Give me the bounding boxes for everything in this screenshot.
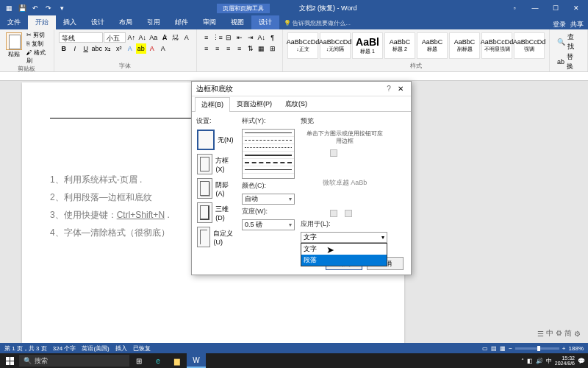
apply-to-select[interactable]: 文字 <box>301 232 387 243</box>
clear-format-icon[interactable]: A̷ <box>159 32 170 43</box>
preview-box[interactable]: 微软卓越 AaBb <box>301 154 389 213</box>
tray-clock[interactable]: 15:32 2024/8/6 <box>555 355 575 366</box>
setting-none[interactable]: 无(N) <box>196 129 236 151</box>
bullets-icon[interactable]: ≡ <box>201 32 212 43</box>
shading-icon[interactable]: ▦ <box>257 43 267 54</box>
border-style-list[interactable] <box>242 129 295 179</box>
highlight-icon[interactable]: ab <box>136 43 146 54</box>
paste-button[interactable]: 粘贴 <box>3 31 25 65</box>
font-color-icon[interactable]: A <box>147 43 157 54</box>
style-item[interactable]: AaBbCcDd强调 <box>514 32 545 59</box>
share-button[interactable]: 共享 <box>570 20 584 29</box>
align-left-icon[interactable]: ≡ <box>201 43 212 54</box>
tab-insert[interactable]: 插入 <box>56 15 84 29</box>
read-mode-icon[interactable]: ▭ <box>482 345 488 352</box>
italic-icon[interactable]: I <box>70 43 80 54</box>
tab-file[interactable]: 文件 <box>0 15 28 29</box>
copy-button[interactable]: ⎘ 复制 <box>26 40 51 48</box>
zoom-slider[interactable] <box>515 347 559 350</box>
tab-review[interactable]: 审阅 <box>196 15 223 29</box>
tray-ime-indicator[interactable]: 中 <box>546 357 552 365</box>
underline-icon[interactable]: U <box>81 43 91 54</box>
color-select[interactable]: 自动 <box>242 194 295 205</box>
page-indicator[interactable]: 第 1 页，共 3 页 <box>4 344 47 353</box>
minimize-icon[interactable]: — <box>526 2 544 14</box>
replace-button[interactable]: ab替换 <box>557 52 580 71</box>
text-effects-icon[interactable]: A <box>125 43 135 54</box>
dialog-help-icon[interactable]: ? <box>383 85 395 93</box>
tab-header-design[interactable]: 设计 <box>251 15 279 29</box>
print-layout-icon[interactable]: ▤ <box>491 345 497 352</box>
save-icon[interactable]: 💾 <box>16 2 28 14</box>
font-size-select[interactable]: 小五 <box>104 32 126 43</box>
maximize-icon[interactable]: ☐ <box>547 2 564 14</box>
redo-icon[interactable]: ↷ <box>43 2 54 14</box>
change-case-icon[interactable]: Aa <box>148 32 159 43</box>
format-painter-button[interactable]: 🖌 格式刷 <box>26 49 51 65</box>
start-button[interactable] <box>0 353 19 368</box>
word-count[interactable]: 324 个字 <box>53 344 76 353</box>
language-indicator[interactable]: 英语(美国) <box>82 344 109 353</box>
apply-option-text[interactable]: 文字 <box>301 244 387 255</box>
apply-option-paragraph[interactable]: 段落 <box>301 255 387 266</box>
font-name-select[interactable]: 等线 <box>59 32 103 43</box>
edge-icon[interactable]: e <box>148 353 168 368</box>
explorer-icon[interactable]: ▆ <box>168 353 187 368</box>
grow-font-icon[interactable]: A↑ <box>126 32 137 43</box>
justify-icon[interactable]: ≡ <box>234 43 245 54</box>
style-item[interactable]: AaBbC副标题 <box>449 32 480 59</box>
setting-box[interactable]: 方框(X) <box>196 153 236 175</box>
numbering-icon[interactable]: ⋮≡ <box>212 32 223 43</box>
align-center-icon[interactable]: ≡ <box>212 43 223 54</box>
tray-chevron-icon[interactable]: ˄ <box>521 358 524 364</box>
taskbar-search[interactable]: 🔍 搜索 <box>19 355 129 367</box>
border-top-toggle[interactable] <box>330 149 337 157</box>
setting-custom[interactable]: 自定义(U) <box>196 226 236 248</box>
taskview-icon[interactable]: ⊞ <box>129 353 148 368</box>
border-bottom-toggle[interactable] <box>330 210 337 217</box>
increase-indent-icon[interactable]: ⇥ <box>245 32 256 43</box>
tab-design[interactable]: 设计 <box>84 15 112 29</box>
word-taskbar-icon[interactable]: W <box>187 353 206 368</box>
insert-mode[interactable]: 插入 <box>115 344 127 353</box>
tab-references[interactable]: 引用 <box>140 15 168 29</box>
style-item[interactable]: AaBbC标题 2 <box>384 32 415 59</box>
zoom-in-icon[interactable]: + <box>562 345 566 352</box>
style-item[interactable]: AaBbCcDd↓无间隔 <box>320 32 351 59</box>
border-bottom-toggle-2[interactable] <box>345 210 352 217</box>
undo-icon[interactable]: ↶ <box>29 2 41 14</box>
multilevel-icon[interactable]: ⊟ <box>223 32 234 43</box>
zoom-level[interactable]: 188% <box>569 345 584 352</box>
cut-button[interactable]: ✂ 剪切 <box>26 31 51 39</box>
gear-icon[interactable]: ⚙ <box>574 330 581 338</box>
dialog-tab-shading[interactable]: 底纹(S) <box>279 96 314 111</box>
ime-floating-bar[interactable]: ☰ 中 ⚙ 简 ⚙ <box>537 328 581 339</box>
style-item[interactable]: AaBbC标题 <box>417 32 448 59</box>
web-layout-icon[interactable]: ▦ <box>500 345 506 352</box>
setting-shadow[interactable]: 阴影(A) <box>196 177 236 199</box>
style-item[interactable]: AaBbCcDd不明显强调 <box>481 32 512 59</box>
tray-network-icon[interactable]: ◧ <box>527 358 533 364</box>
strikethrough-icon[interactable]: abc <box>92 43 102 54</box>
phonetic-guide-icon[interactable]: ㍊ <box>171 32 181 43</box>
notifications-icon[interactable]: 💬 <box>578 358 585 364</box>
sort-icon[interactable]: A↓ <box>257 32 267 43</box>
setting-3d[interactable]: 三维(D) <box>196 202 236 224</box>
signin-button[interactable]: 登录 <box>553 20 566 29</box>
style-item[interactable]: AaBl标题 1 <box>352 32 383 59</box>
find-button[interactable]: 🔍查找 <box>557 32 580 52</box>
subscript-icon[interactable]: x₂ <box>103 43 113 54</box>
align-right-icon[interactable]: ≡ <box>223 43 234 54</box>
qat-more-icon[interactable]: ▾ <box>56 2 68 14</box>
superscript-icon[interactable]: x² <box>114 43 124 54</box>
tab-layout[interactable]: 布局 <box>112 15 140 29</box>
char-shading-icon[interactable]: A <box>158 43 168 54</box>
show-marks-icon[interactable]: ¶ <box>268 32 278 43</box>
dialog-tab-borders[interactable]: 边框(B) <box>195 97 230 112</box>
shrink-font-icon[interactable]: A↓ <box>137 32 148 43</box>
width-select[interactable]: 0.5 磅 <box>242 219 295 230</box>
borders-icon[interactable]: ⊞ <box>268 43 278 54</box>
tab-mailings[interactable]: 邮件 <box>168 15 196 29</box>
zoom-out-icon[interactable]: − <box>509 345 512 352</box>
ribbon-options-icon[interactable]: ▫ <box>506 2 523 14</box>
